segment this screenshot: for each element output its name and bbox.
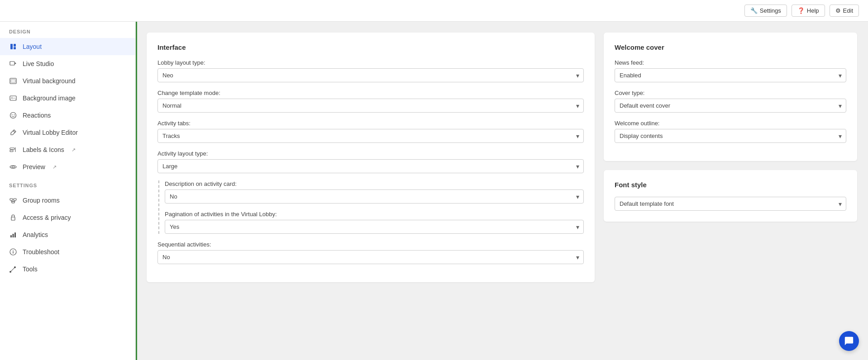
news-feed-label: News feed: xyxy=(615,59,846,66)
svg-rect-15 xyxy=(14,199,16,200)
troubleshoot-label: Troubleshoot xyxy=(23,248,59,256)
dashed-section: Description on activity card: No Yes Pag… xyxy=(158,180,584,234)
sidebar-item-tools[interactable]: Tools xyxy=(0,261,135,278)
activity-tabs-select[interactable]: Tracks All None xyxy=(157,129,584,143)
sidebar-item-labels-icons[interactable]: Labels & Icons ↗ xyxy=(0,141,135,158)
cover-type-select-wrapper: Default event cover Custom cover None xyxy=(615,99,846,113)
cover-type-label: Cover type: xyxy=(615,90,846,96)
svg-rect-14 xyxy=(10,199,13,200)
pagination-select[interactable]: Yes No xyxy=(165,220,584,234)
activity-tabs-select-wrapper: Tracks All None xyxy=(157,129,584,143)
help-button[interactable]: ❓ Help xyxy=(792,5,825,17)
chat-icon xyxy=(844,336,854,346)
virtual-bg-icon xyxy=(9,77,17,85)
settings-label: Settings xyxy=(760,7,781,14)
sidebar-item-group-rooms[interactable]: Group rooms xyxy=(0,192,135,209)
lobby-layout-select[interactable]: Neo Classic Modern xyxy=(157,68,584,82)
font-style-select[interactable]: Default template font xyxy=(615,197,846,211)
pagination-select-wrapper: Yes No xyxy=(165,220,584,234)
sidebar-item-virtual-lobby-editor[interactable]: Virtual Lobby Editor xyxy=(0,124,135,141)
svg-point-8 xyxy=(14,114,15,115)
sequential-select-wrapper: No Yes xyxy=(157,250,584,264)
settings-section-title: SETTINGS xyxy=(0,175,135,192)
group-rooms-icon xyxy=(9,196,17,204)
sidebar-item-analytics[interactable]: Analytics xyxy=(0,226,135,243)
content-area: Interface Lobby layout type: Neo Classic… xyxy=(136,22,868,360)
sequential-select[interactable]: No Yes xyxy=(157,250,584,264)
svg-point-5 xyxy=(11,97,12,98)
change-template-select[interactable]: Normal Advanced xyxy=(157,99,584,113)
sidebar-item-reactions[interactable]: Reactions xyxy=(0,107,135,124)
news-feed-select-wrapper: Enabled Disabled xyxy=(615,68,846,82)
tools-label: Tools xyxy=(23,265,38,273)
reactions-icon xyxy=(9,111,17,119)
edit-label: Edit xyxy=(843,7,853,14)
help-label: Help xyxy=(807,7,819,14)
sidebar-item-access-privacy[interactable]: Access & privacy xyxy=(0,209,135,226)
sidebar-item-layout[interactable]: Layout xyxy=(0,38,135,55)
font-style-select-wrapper: Default template font xyxy=(615,197,846,211)
sequential-label: Sequential activities: xyxy=(157,241,584,248)
welcome-cover-title: Welcome cover xyxy=(615,43,846,51)
editor-icon xyxy=(9,128,17,137)
font-style-card: Font style Default template font xyxy=(604,170,857,222)
svg-rect-23 xyxy=(13,234,14,237)
activity-layout-label: Activity layout type: xyxy=(157,150,584,157)
activity-tabs-group: Activity tabs: Tracks All None xyxy=(157,120,584,143)
svg-rect-10 xyxy=(10,148,14,150)
svg-line-9 xyxy=(13,131,15,133)
chat-bubble[interactable] xyxy=(839,331,859,351)
sidebar-item-background-image[interactable]: Background image xyxy=(0,90,135,107)
edit-button[interactable]: ⚙ Edit xyxy=(830,5,859,17)
preview-label: Preview xyxy=(23,163,45,171)
sidebar-item-troubleshoot[interactable]: Troubleshoot xyxy=(0,243,135,261)
news-feed-select[interactable]: Enabled Disabled xyxy=(615,68,846,82)
tools-icon xyxy=(9,265,17,273)
analytics-label: Analytics xyxy=(23,231,48,238)
svg-rect-4 xyxy=(10,96,16,100)
svg-point-26 xyxy=(13,250,14,251)
help-icon: ❓ xyxy=(797,7,805,14)
welcome-outline-select[interactable]: Display contents Hidden xyxy=(615,129,846,143)
change-template-group: Change template mode: Normal Advanced xyxy=(157,90,584,113)
svg-rect-24 xyxy=(14,232,16,237)
group-rooms-label: Group rooms xyxy=(23,197,60,204)
access-privacy-label: Access & privacy xyxy=(23,214,71,221)
cover-type-group: Cover type: Default event cover Custom c… xyxy=(615,90,846,113)
virtual-bg-label: Virtual background xyxy=(23,77,75,85)
troubleshoot-icon xyxy=(9,248,17,256)
svg-point-7 xyxy=(12,114,13,115)
background-image-icon xyxy=(9,94,17,102)
sidebar-item-virtual-background[interactable]: Virtual background xyxy=(0,72,135,90)
design-section-title: DESIGN xyxy=(0,22,135,38)
preview-icon xyxy=(9,163,17,171)
svg-rect-3 xyxy=(11,79,15,83)
description-select[interactable]: No Yes xyxy=(165,189,584,204)
sidebar-item-preview[interactable]: Preview ↗ xyxy=(0,158,135,175)
pagination-group: Pagination of activities in the Virtual … xyxy=(165,211,584,234)
svg-marker-1 xyxy=(15,62,16,64)
svg-rect-22 xyxy=(10,235,12,237)
activity-tabs-label: Activity tabs: xyxy=(157,120,584,127)
svg-rect-0 xyxy=(10,62,14,65)
top-bar: 🔧 Settings ❓ Help ⚙ Edit xyxy=(0,0,868,22)
sequential-group: Sequential activities: No Yes xyxy=(157,241,584,264)
main-layout: DESIGN Layout Live Studio Vi xyxy=(0,22,868,360)
pagination-label: Pagination of activities in the Virtual … xyxy=(165,211,584,218)
activity-layout-select[interactable]: Large Medium Small xyxy=(157,159,584,173)
virtual-lobby-editor-label: Virtual Lobby Editor xyxy=(23,129,78,136)
interface-card: Interface Lobby layout type: Neo Classic… xyxy=(147,33,595,282)
svg-rect-21 xyxy=(11,217,15,220)
lobby-layout-group: Lobby layout type: Neo Classic Modern xyxy=(157,59,584,82)
interface-card-title: Interface xyxy=(157,43,584,51)
welcome-outline-group: Welcome outline: Display contents Hidden xyxy=(615,120,846,143)
cover-type-select[interactable]: Default event cover Custom cover None xyxy=(615,99,846,113)
activity-layout-group: Activity layout type: Large Medium Small xyxy=(157,150,584,173)
news-feed-group: News feed: Enabled Disabled xyxy=(615,59,846,82)
description-group: Description on activity card: No Yes xyxy=(165,180,584,204)
sidebar-item-live-studio[interactable]: Live Studio xyxy=(0,55,135,72)
labels-icons-external-icon: ↗ xyxy=(72,147,76,153)
svg-rect-11 xyxy=(10,150,13,152)
change-template-label: Change template mode: xyxy=(157,90,584,96)
settings-button[interactable]: 🔧 Settings xyxy=(744,5,787,17)
